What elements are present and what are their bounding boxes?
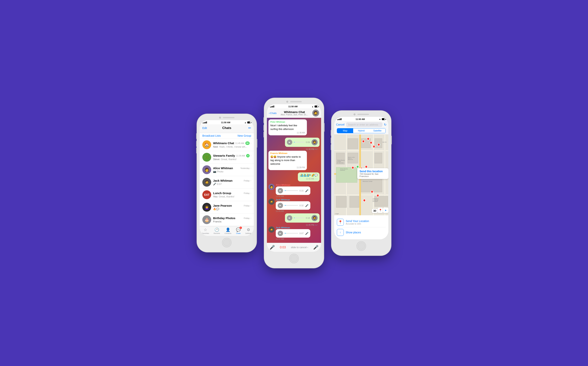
- new-group-button[interactable]: New Group: [238, 134, 251, 137]
- message-peter-1: Peter Whitman Nice! I definitely feel li…: [268, 119, 320, 137]
- jack-audio-bubble-2[interactable]: ▶ 0:07 🎤: [276, 229, 310, 238]
- mic-icon-alice: 🎤: [305, 189, 309, 192]
- play-button-1[interactable]: ▶: [287, 140, 292, 145]
- play-button-2[interactable]: ▶: [287, 215, 292, 221]
- chat-preview-jane: 🔥💬: [213, 208, 251, 211]
- battery-icon-1: [247, 122, 251, 123]
- pin-red-11: [362, 198, 366, 202]
- back-to-chats-button[interactable]: ‹ Chats: [269, 112, 277, 114]
- chat-item-jack[interactable]: 🧔 Jack Whitman Friday › 🎤 0:07: [200, 176, 254, 189]
- tab-recents[interactable]: 🕐 Recents: [214, 227, 220, 234]
- chat-preview-lunch: You: Great, thanks!: [213, 195, 251, 198]
- map-refresh-button[interactable]: ↻: [384, 123, 386, 127]
- message-alice-audio: 👩 Alice Whitman ▶ 0:15 🎤: [268, 184, 320, 198]
- emoji-bubble: 🏄🏄🏄🏳🌈💬 11:42 AM ✓✓: [298, 172, 320, 182]
- chat-detail-header[interactable]: Whitmans Chat Alice, Francis, Jack, Pete…: [281, 110, 308, 116]
- map-pin-button[interactable]: 📍: [377, 208, 383, 213]
- tab-settings-label: Settings: [245, 232, 252, 234]
- message-outgoing-audio-1: ▶ 0:09 🧔: [268, 138, 320, 147]
- mic-icon-jack-1: 🎤: [305, 204, 309, 207]
- send-location-icon: 📍: [337, 219, 344, 226]
- signal-3: [337, 118, 341, 120]
- duration-alice: 0:15: [300, 190, 304, 192]
- waveform-alice: [285, 190, 298, 191]
- outgoing-time-1: 11:38 PM ✓✓: [306, 148, 318, 150]
- chat-badge-whitmans: 50: [245, 141, 250, 145]
- chat-item-stewarts[interactable]: 🌿 Stewarts Family 11:39 AM 4 › S: [200, 151, 254, 164]
- mic-icon-jack-2: 🎤: [305, 232, 309, 235]
- play-jack-1[interactable]: ▶: [278, 203, 283, 208]
- duration-1: 0:09: [306, 141, 310, 143]
- street-h-3: [334, 194, 388, 196]
- chat-name-whitmans: Whitmans Chat: [213, 141, 234, 145]
- chevron-alice: ›: [250, 167, 251, 169]
- chat-name-stewarts: Stewarts Family: [213, 154, 235, 157]
- tab-contacts[interactable]: 👤 Contacts: [225, 227, 231, 234]
- chat-item-whitmans[interactable]: 🏠 Whitmans Chat 11:45 AM 50 › Ne: [200, 139, 254, 151]
- tab-favorites[interactable]: ☆ Favorites: [202, 227, 209, 234]
- signal-1: [203, 122, 207, 123]
- home-button-2[interactable]: [289, 254, 299, 263]
- map-3d-button[interactable]: 3D: [372, 209, 378, 213]
- edit-button[interactable]: Edit: [202, 127, 207, 130]
- map-cancel-button[interactable]: Cancel: [336, 123, 345, 126]
- map-tab-satellite[interactable]: Satellite: [369, 128, 385, 133]
- jack-audio-avatar-1: 🧔: [268, 198, 275, 205]
- audio-bubble-outgoing-1[interactable]: ▶ 0:09 🧔: [285, 138, 320, 147]
- mic-send-icon[interactable]: 🎤: [313, 245, 318, 250]
- message-outgoing-audio-2: ▶ 0:18 🧔: [268, 213, 320, 223]
- show-places-item[interactable]: ↑ Show places: [337, 227, 386, 237]
- signal-2: [270, 106, 274, 107]
- msg-text-francis: 😜😝 Anyone who wants to tag along is more…: [270, 155, 305, 166]
- broadcast-lists-button[interactable]: Broadcast Lists: [202, 134, 221, 137]
- map-tab-hybrid[interactable]: Hybrid: [353, 128, 369, 133]
- street-h-1: [334, 150, 388, 152]
- map-bottom: 📍 Send Your Location Accurate to 10m ↑ S…: [334, 215, 388, 239]
- phone-3-screen: 11:50 AM ▲ Cancel Search or enter an add…: [334, 117, 388, 239]
- slide-to-cancel-label: slide to cancel ‹: [291, 246, 308, 249]
- chat-content-birthday: Birthday Photos Friday › Francis:: [213, 216, 251, 223]
- callout-address: 720 Howard St, San Francisco: [360, 173, 386, 177]
- chat-name-jack: Jack Whitman: [213, 179, 233, 182]
- chat-item-jane[interactable]: 👩‍🦱 Jane Pearson Friday › 🔥💬: [200, 201, 254, 214]
- compose-button[interactable]: ✏: [248, 126, 251, 130]
- map-tab-map[interactable]: Map: [337, 128, 353, 133]
- status-bar-2: 11:50 AM ▲: [267, 104, 321, 108]
- group-avatar[interactable]: 🧔: [312, 110, 319, 116]
- settings-icon: ⚙: [247, 227, 250, 232]
- building-8: [349, 196, 359, 208]
- map-search-input[interactable]: Search or enter an address: [346, 122, 382, 127]
- messages-area[interactable]: Peter Whitman Nice! I definitely feel li…: [267, 118, 321, 243]
- tab-chats[interactable]: 💬 2 Chats: [236, 227, 241, 234]
- tab-settings[interactable]: ⚙ Settings: [245, 227, 252, 234]
- alice-audio-bubble[interactable]: ▶ 0:15 🎤: [276, 186, 310, 195]
- home-button-3[interactable]: [356, 241, 366, 251]
- map-area[interactable]: Howard St 3rd St Yerba BuenaCenterfor th…: [334, 135, 388, 215]
- mlk-label: Martin LutherKing Jr.Memorial: [348, 157, 355, 160]
- third-st-label: 3rd St: [382, 141, 386, 143]
- audio-bubble-outgoing-2[interactable]: ▶ 0:18 🧔: [285, 213, 320, 223]
- back-label: Chats: [270, 112, 277, 114]
- emoji-text: 🏄🏄🏄🏳🌈💬: [300, 174, 318, 177]
- speaker-1: [223, 117, 234, 118]
- home-button-1[interactable]: [222, 238, 232, 247]
- show-places-label: Show places: [346, 231, 361, 234]
- tab-recents-label: Recents: [214, 232, 220, 234]
- send-location-sub: Accurate to 10m: [346, 223, 369, 225]
- chat-item-birthday[interactable]: 🎂 Birthday Photos Friday › Francis:: [200, 214, 254, 226]
- location-callout[interactable]: Send this location 720 Howard St, San Fr…: [357, 168, 388, 179]
- mic-record-icon[interactable]: 🎤: [270, 245, 275, 250]
- play-alice[interactable]: ▶: [278, 188, 283, 193]
- speaker-3: [357, 114, 369, 115]
- phone-2-screen: 11:50 AM ▲ ‹ Chats Whitmans Chat Alice, …: [267, 104, 321, 252]
- chat-item-alice[interactable]: 👩 Alice Whitman Yesterday › 📷 Photo: [200, 164, 254, 176]
- chat-time-stewarts: 11:39 AM: [236, 154, 245, 157]
- send-location-item[interactable]: 📍 Send Your Location Accurate to 10m: [337, 217, 386, 227]
- jack-audio-bubble-1[interactable]: ▶ 0:32 🎤: [276, 201, 310, 210]
- chat-item-lunch[interactable]: EAT Lunch Group Friday › You: Great, tha…: [200, 189, 254, 201]
- chevron-whitmans: ›: [250, 142, 251, 145]
- play-jack-2[interactable]: ▶: [278, 231, 283, 236]
- pin-red-8: [364, 165, 368, 168]
- map-my-location-button[interactable]: ➤: [383, 208, 388, 213]
- chat-content-stewarts: Stewarts Family 11:39 AM 4 › Steve: Grea…: [213, 154, 251, 161]
